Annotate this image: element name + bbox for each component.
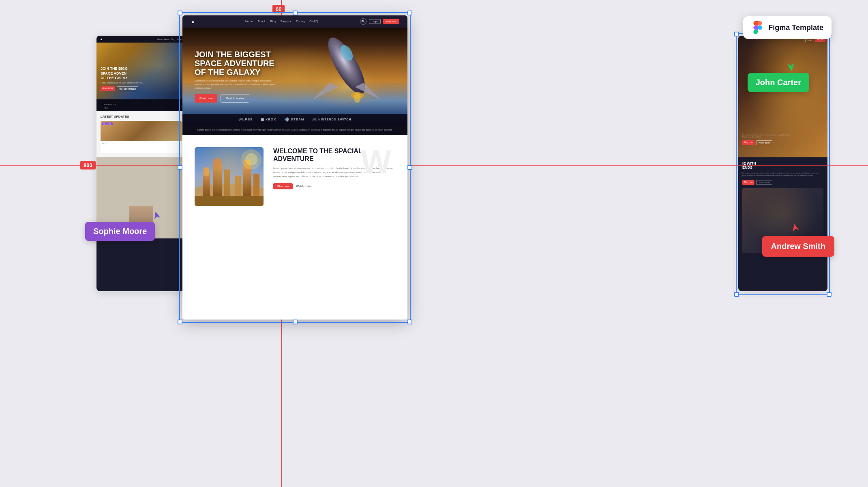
nav-pages[interactable]: Pages ▾ xyxy=(281,20,291,23)
svg-rect-14 xyxy=(244,160,251,169)
welcome-play-btn[interactable]: Play now xyxy=(273,183,293,189)
platform-switch: 🎮 NINTENDO SWITCH xyxy=(312,118,351,122)
mini-platforms-row: PS5 xyxy=(100,107,182,109)
mini-nav-about: About xyxy=(164,38,169,41)
welcome-btns: Play now Watch trailer xyxy=(273,183,395,189)
mini-platform-ps5: PS5 xyxy=(104,107,107,109)
right-hero-text: Lorem ipsum dolor sit amet consectetur p… xyxy=(742,134,791,138)
nav-about[interactable]: About xyxy=(258,20,265,23)
svg-rect-15 xyxy=(253,174,259,206)
right-hero-section: Login Play now Lorem ipsum dolor sit ame… xyxy=(738,36,827,157)
andrew-smith-badge: Andrew Smith xyxy=(762,236,834,257)
mini-play-btn-left[interactable]: Play now xyxy=(101,86,115,92)
figma-svg xyxy=(751,21,764,34)
andrew-smith-name: Andrew Smith xyxy=(771,242,825,251)
mini-available-label: AVAILABLE FOR xyxy=(100,101,182,107)
mini-nav-blog: Blog xyxy=(171,38,175,41)
nav-play-btn[interactable]: Play now xyxy=(383,19,399,24)
welcome-content: W WELCOME TO THE SPACIAL ADVENTURE Lorem… xyxy=(273,147,395,189)
switch-icon: 🎮 xyxy=(312,118,317,122)
nav-links: Home About Blog Pages ▾ Pricing Cart(0) xyxy=(204,20,360,23)
hero-spaceship xyxy=(302,32,391,117)
hero-platforms-bar: 🎮 PS5 ⊞ XBOX 💨 STEAM 🎮 NINTENDO SWITCH xyxy=(182,114,407,125)
right-hero-btns: Play now Watch trailer xyxy=(742,140,791,145)
frame-left: ▲ Home About Blog Pages JOIN THE BIGGSPA… xyxy=(96,36,186,291)
switch-label: NINTENDO SWITCH xyxy=(318,118,351,121)
svg-rect-7 xyxy=(203,172,210,206)
xbox-label: XBOX xyxy=(266,118,276,121)
nav-blog[interactable]: Blog xyxy=(270,20,276,23)
mini-hero-subtitle-left: Lorem ipsum dolor sit amet consectetur t… xyxy=(101,82,144,84)
figma-template-text: Figma Template xyxy=(768,24,823,32)
cursor-orange-arrow xyxy=(791,224,801,234)
ps5-icon: 🎮 xyxy=(239,117,244,122)
platforms-row: 🎮 PS5 ⊞ XBOX 💨 STEAM 🎮 NINTENDO SWITCH xyxy=(195,117,395,122)
xbox-icon: ⊞ xyxy=(261,117,264,122)
mini-update-card: Update 1.3 NE S xyxy=(101,121,182,153)
mini-update-badge: Update 1.3 xyxy=(102,122,113,125)
mini-updates-title: LATEST UPDATES xyxy=(101,115,182,118)
john-carter-name: John Carter xyxy=(756,78,801,87)
sophie-moore-badge: Sophie Moore xyxy=(85,222,155,241)
nav-pricing[interactable]: Pricing xyxy=(296,20,304,23)
spaceship-svg xyxy=(302,32,391,117)
mini-nav-left: ▲ Home About Blog Pages xyxy=(96,36,186,43)
svg-rect-16 xyxy=(195,196,264,206)
mini-updates-section: LATEST UPDATES Update 1.3 NE S xyxy=(96,111,186,157)
svg-point-4 xyxy=(354,92,361,103)
horizontal-guide-label: 800 xyxy=(80,161,96,169)
welcome-trailer-link[interactable]: Watch trailer xyxy=(296,185,312,188)
nav-actions: 🔍 Login Play now xyxy=(360,18,399,25)
hero-play-btn[interactable]: Play now xyxy=(195,94,217,103)
mini-trailer-btn-left[interactable]: Watch trailer xyxy=(117,86,138,92)
cursor-orange xyxy=(792,225,799,232)
svg-rect-9 xyxy=(213,163,222,206)
nav-cart[interactable]: Cart(0) xyxy=(309,20,318,23)
mini-site-left: ▲ Home About Blog Pages JOIN THE BIGGSPA… xyxy=(96,36,186,291)
main-nav: ▲ Home About Blog Pages ▾ Pricing Cart(0… xyxy=(182,15,407,28)
mini-hero-text-left: JOIN THE BIGGSPACE ADVENOF THE GALAX Lor… xyxy=(101,67,144,91)
mini-logo-left: ▲ xyxy=(100,37,103,41)
right-lower-play-btn[interactable]: Play now xyxy=(742,180,754,185)
steam-icon: 💨 xyxy=(284,117,289,122)
search-icon-symbol: 🔍 xyxy=(361,20,365,24)
mini-hero-img-left: JOIN THE BIGGSPACE ADVENOF THE GALAX Lor… xyxy=(96,43,186,99)
welcome-scene-svg xyxy=(195,147,264,206)
sophie-moore-name: Sophie Moore xyxy=(93,227,147,236)
svg-rect-8 xyxy=(204,167,209,176)
mini-update-label: NE S xyxy=(101,141,182,146)
figma-logo-icon xyxy=(751,21,764,34)
right-lower-btns: Play now Watch trailer xyxy=(742,180,823,185)
platform-steam: 💨 STEAM xyxy=(284,117,304,122)
right-hero-body: Lorem ipsum dolor sit amet consectetur p… xyxy=(742,134,791,145)
nav-login-btn[interactable]: Login xyxy=(369,19,381,24)
nav-logo: ▲ xyxy=(191,19,195,24)
svg-rect-12 xyxy=(235,176,241,206)
svg-point-6 xyxy=(195,184,264,206)
svg-point-18 xyxy=(245,153,257,165)
hero-trailer-btn[interactable]: Watch trailer xyxy=(221,94,249,103)
mini-nav-pages: Pages xyxy=(177,38,182,41)
mini-hero-btns-left: Play now Watch trailer xyxy=(101,86,144,92)
svg-rect-10 xyxy=(214,159,221,167)
ps5-label: PS5 xyxy=(245,118,253,121)
hero-content: JOIN THE BIGGEST SPACE ADVENTURE OF THE … xyxy=(195,50,284,103)
w-decorative: W xyxy=(360,143,391,180)
welcome-section: W WELCOME TO THE SPACIAL ADVENTURE Lorem… xyxy=(182,135,407,218)
welcome-img xyxy=(195,147,264,206)
nav-search-icon[interactable]: 🔍 xyxy=(360,18,366,25)
frame-main: ▲ Home About Blog Pages ▾ Pricing Cart(0… xyxy=(182,15,407,320)
right-play-btn-main[interactable]: Play now xyxy=(742,140,754,145)
vertical-guide-label: 60 xyxy=(272,5,285,13)
john-carter-badge: John Carter xyxy=(748,73,809,92)
right-lower-trailer-btn[interactable]: Watch trailer xyxy=(756,180,772,185)
mini-nav-links-left: Home About Blog Pages xyxy=(157,38,182,41)
nav-home[interactable]: Home xyxy=(245,20,253,23)
right-trailer-btn[interactable]: Watch trailer xyxy=(756,140,772,145)
platform-ps5: 🎮 PS5 xyxy=(239,117,253,122)
svg-rect-5 xyxy=(195,147,264,206)
dark-strip: Lorem ipsum dolor sit amet consectetur n… xyxy=(182,125,407,135)
platform-xbox: ⊞ XBOX xyxy=(261,117,276,122)
mini-available-section: AVAILABLE FOR PS5 xyxy=(96,99,186,111)
svg-point-17 xyxy=(241,149,261,169)
